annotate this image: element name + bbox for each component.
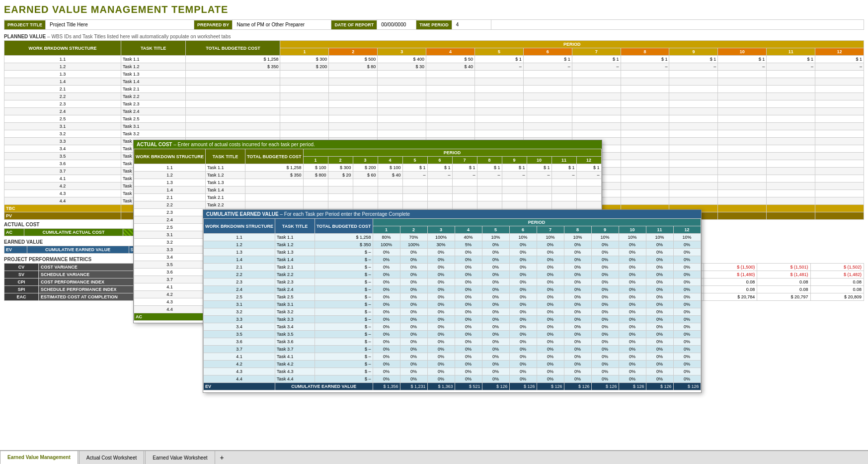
cev-1.2-p5[interactable]: 0% [482,241,509,249]
cev-4.4-p11[interactable]: 0% [646,375,673,383]
cev-2.5-p12[interactable]: 0% [673,293,701,301]
pv-4.1-p11[interactable] [767,175,815,183]
cev-2.1-p9[interactable]: 0% [591,264,619,271]
cev-1.3-p3[interactable]: 0% [427,249,455,256]
pv-1.3-p2[interactable] [329,71,378,78]
cev-1.1-p7[interactable]: 10% [537,234,564,241]
cev-1.3-p1[interactable]: 0% [373,249,400,256]
cev-1.3-p6[interactable]: 0% [509,249,537,256]
cev-4.3-p7[interactable]: 0% [537,368,564,375]
pv-3.7-p9[interactable] [669,168,718,175]
cev-4.2-p2[interactable]: 0% [400,361,427,368]
cev-2.3-p4[interactable]: 0% [455,278,482,286]
ac-1.1-p5[interactable]: $ 1 [402,164,427,172]
cev-4.2-p3[interactable]: 0% [427,361,455,368]
pv-1.2-p2[interactable]: $ 80 [329,63,378,71]
cev-3.6-p2[interactable]: 0% [400,338,427,346]
pv-1.2-p9[interactable]: – [669,63,718,71]
cev-4.1-p1[interactable]: 0% [373,353,400,361]
pv-2.2-p5[interactable] [474,93,523,100]
cev-3.1-p4[interactable]: 0% [455,301,482,308]
pv-1.1-p7[interactable]: $ 1 [572,56,621,63]
pv-1.3-p4[interactable] [426,71,475,78]
pv-3.1-p9[interactable] [669,123,718,130]
pv-3.2-p3[interactable] [378,130,426,138]
cev-3.6-p11[interactable]: 0% [646,338,673,346]
cev-2.3-p6[interactable]: 0% [509,278,537,286]
cev-4.3-p10[interactable]: 0% [619,368,646,375]
pv-3.2-p2[interactable] [329,130,378,138]
pv-2.4-p7[interactable] [572,108,621,115]
cev-1.2-p4[interactable]: 5% [455,241,482,249]
pv-1.4-p12[interactable] [815,78,864,86]
cev-1.4-p1[interactable]: 0% [373,256,400,264]
pv-2.1-p5[interactable] [474,86,523,93]
pv-2.5-p12[interactable] [815,115,864,123]
pv-3.2-p4[interactable] [426,130,475,138]
pv-3.2-p12[interactable] [815,130,864,138]
pv-1.2-p5[interactable]: – [474,63,523,71]
cev-4.1-p7[interactable]: 0% [537,353,564,361]
cev-1.4-p10[interactable]: 0% [619,256,646,264]
pv-2.4-p5[interactable] [474,108,523,115]
pv-2.1-p1[interactable] [280,86,329,93]
cev-3.7-p6[interactable]: 0% [509,346,537,353]
pv-1.4-p5[interactable] [474,78,523,86]
pv-2.4-p3[interactable] [378,108,426,115]
cev-1.3-p8[interactable]: 0% [564,249,591,256]
cev-3.2-p11[interactable]: 0% [646,308,673,316]
cev-1.3-p2[interactable]: 0% [400,249,427,256]
pv-4.2-p9[interactable] [669,183,718,190]
pv-2.3-p7[interactable] [572,100,621,108]
pv-3.4-p10[interactable] [718,145,767,153]
ac-1.1-p7[interactable]: $ 1 [452,164,477,172]
cev-1.3-p5[interactable]: 0% [482,249,509,256]
cev-2.1-p5[interactable]: 0% [482,264,509,271]
cev-4.3-p5[interactable]: 0% [482,368,509,375]
cev-2.3-p7[interactable]: 0% [537,278,564,286]
cev-1.1-p10[interactable]: 10% [619,234,646,241]
cev-3.2-p2[interactable]: 0% [400,308,427,316]
cev-2.3-p8[interactable]: 0% [564,278,591,286]
pv-2.1-p11[interactable] [767,86,815,93]
cev-4.1-p10[interactable]: 0% [619,353,646,361]
cev-2.4-p10[interactable]: 0% [619,286,646,293]
cev-2.4-p12[interactable]: 0% [673,286,701,293]
cev-3.1-p10[interactable]: 0% [619,301,646,308]
pv-4.3-p12[interactable] [815,190,864,197]
cev-3.1-p12[interactable]: 0% [673,301,701,308]
pv-2.4-p12[interactable] [815,108,864,115]
cev-4.2-p11[interactable]: 0% [646,361,673,368]
cev-3.5-p8[interactable]: 0% [564,331,591,338]
ac-1.1-p6[interactable]: $ 1 [427,164,452,172]
ac-1.2-p3[interactable]: $ 60 [353,172,378,179]
cev-1.1-p5[interactable]: 10% [482,234,509,241]
pv-3.7-p12[interactable] [815,168,864,175]
cev-4.4-p1[interactable]: 0% [373,375,400,383]
pv-4.3-p8[interactable] [621,190,669,197]
pv-2.1-p8[interactable] [621,86,669,93]
pv-1.1-p12[interactable]: $ 1 [815,56,864,63]
pv-1.1-p4[interactable]: $ 50 [426,56,475,63]
cev-1.1-p3[interactable]: 100% [427,234,455,241]
pv-2.5-p1[interactable] [280,115,329,123]
cev-2.1-p1[interactable]: 0% [373,264,400,271]
cev-1.4-p2[interactable]: 0% [400,256,427,264]
cev-3.1-p2[interactable]: 0% [400,301,427,308]
cev-2.4-p2[interactable]: 0% [400,286,427,293]
ac-1.2-p7[interactable]: – [452,172,477,179]
pv-3.1-p12[interactable] [815,123,864,130]
cev-2.1-p8[interactable]: 0% [564,264,591,271]
cev-3.2-p5[interactable]: 0% [482,308,509,316]
pv-2.2-p1[interactable] [280,93,329,100]
pv-1.2-p6[interactable]: – [523,63,572,71]
cev-4.2-p6[interactable]: 0% [509,361,537,368]
cev-2.2-p4[interactable]: 0% [455,271,482,278]
cev-2.4-p6[interactable]: 0% [509,286,537,293]
ac-1.1-p12[interactable]: $ 1 [576,164,601,172]
pv-3.2-p1[interactable] [280,130,329,138]
pv-2.3-p8[interactable] [621,100,669,108]
project-title-value[interactable]: Project Title Here [45,20,194,29]
cev-3.7-p4[interactable]: 0% [455,346,482,353]
pv-3.4-p12[interactable] [815,145,864,153]
